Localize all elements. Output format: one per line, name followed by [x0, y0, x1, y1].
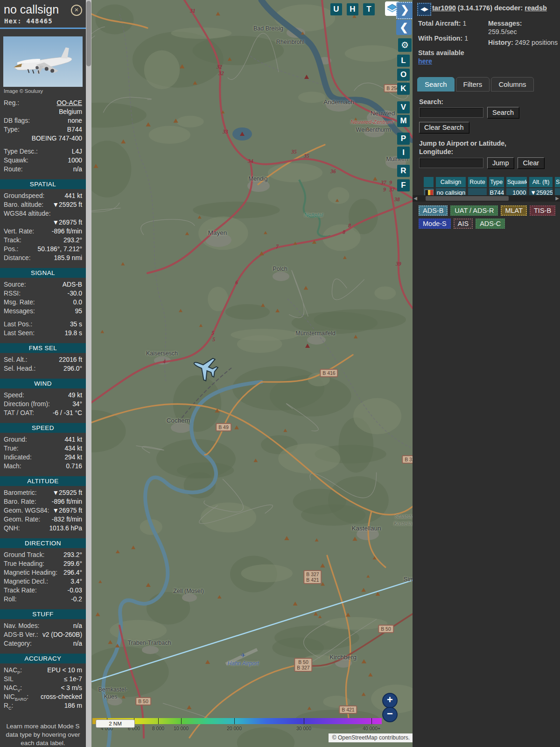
- panel-toggle-arrows[interactable]: ◀▶: [417, 3, 431, 16]
- place-label-sim: Sim: [403, 576, 413, 583]
- data-value: 34°: [50, 401, 82, 408]
- data-label: Indicated:: [4, 454, 32, 461]
- filter-uat[interactable]: UAT / ADS-R: [450, 205, 498, 216]
- readsb-link[interactable]: readsb: [525, 4, 547, 12]
- filter-adsb[interactable]: ADS-B: [419, 205, 448, 216]
- data-value: OO-ACE: [19, 99, 82, 106]
- tab-search[interactable]: Search: [417, 77, 455, 92]
- collapse-panel-button[interactable]: ❮: [396, 20, 412, 35]
- data-row: Category:n/a: [0, 640, 86, 649]
- data-label: Reg.:: [4, 99, 19, 106]
- table-header-row: CallsignRouteTypeSquawkAlt. (ft)S: [424, 177, 560, 187]
- data-value: ≤ 1e-7: [14, 676, 82, 683]
- expand-panel-button[interactable]: ❯: [396, 2, 413, 19]
- map-button-M[interactable]: M: [397, 115, 410, 127]
- data-row: True Heading:299.6°: [0, 560, 86, 569]
- map-button-I[interactable]: I: [397, 147, 410, 159]
- zoom-in-button[interactable]: +: [382, 693, 398, 708]
- column-header-Type[interactable]: Type: [489, 177, 504, 187]
- junction-number: 6: [235, 280, 238, 285]
- data-label: Msg. Rate:: [4, 299, 35, 306]
- junction-number: 8: [343, 229, 345, 235]
- jump-clear-button[interactable]: Clear: [518, 157, 544, 169]
- map-canvas[interactable]: Bad BreisigRheinbrohlAndernachNeuwiedNeu…: [91, 0, 413, 747]
- airport-plane-icon: ✈: [241, 652, 246, 659]
- data-row: Magnetic Decl.:3.4°: [0, 578, 86, 587]
- data-row: SIL≤ 1e-7: [0, 676, 86, 684]
- map-button-V[interactable]: V: [397, 101, 410, 113]
- data-value: 3.4°: [48, 578, 82, 585]
- search-input[interactable]: [419, 107, 483, 118]
- map-button-O[interactable]: O: [397, 69, 410, 81]
- history-value: 2492 positions: [515, 39, 558, 46]
- legend-tick: [304, 718, 304, 724]
- data-value: n/a: [32, 640, 82, 647]
- map-button-K[interactable]: K: [397, 83, 410, 95]
- aircraft-photo[interactable]: [3, 36, 83, 87]
- data-value: 434 kt: [19, 445, 82, 452]
- column-header-Route[interactable]: Route: [468, 177, 486, 187]
- place-label-andernach: Andernach: [323, 99, 354, 106]
- section-rows: Speed:49 ktDirection (from):34°TAT / OAT…: [0, 392, 86, 418]
- stats-left-column: Total Aircraft: 1 With Position: 1 Stats…: [418, 19, 488, 66]
- place-label-mendig: Mendig: [249, 176, 268, 182]
- data-row: RC:186 m: [0, 702, 86, 711]
- table-horizontal-scrollbar[interactable]: ◀ ▶: [413, 195, 560, 202]
- jump-button[interactable]: Jump: [487, 157, 514, 169]
- column-header-Squawk[interactable]: Squawk: [506, 177, 527, 187]
- settings-gear-button[interactable]: ⚙: [398, 38, 412, 52]
- stats-here-link[interactable]: here: [418, 57, 432, 65]
- clear-search-button[interactable]: Clear Search: [419, 122, 469, 133]
- road-badge-b50-b327: B 50B 327: [294, 658, 312, 672]
- section-rows: Barometric:▼25925 ftBaro. Rate:-896 ft/m…: [0, 489, 86, 534]
- map-button-H[interactable]: H: [347, 3, 358, 15]
- junction-number: 34: [248, 158, 253, 164]
- filter-ais[interactable]: AIS: [454, 218, 473, 229]
- filter-adsc[interactable]: ADS-C: [476, 218, 505, 229]
- data-row: Mach:0.716: [0, 463, 86, 472]
- map-button-R[interactable]: R: [397, 165, 410, 177]
- section-rows: Groundspeed:441 ktBaro. altitude:▼25925 …: [0, 192, 86, 263]
- legend-label: 20 000: [227, 726, 242, 731]
- map-button-U[interactable]: U: [330, 3, 342, 15]
- data-row: Baro. altitude:▼25925 ft: [0, 201, 86, 210]
- registration-link[interactable]: OO-ACE: [57, 99, 82, 106]
- map-button-L[interactable]: L: [397, 55, 410, 67]
- junction-number: 33: [223, 129, 228, 134]
- data-value: none: [30, 117, 82, 124]
- map-attribution[interactable]: © OpenStreetMap contributors.: [329, 733, 413, 742]
- jump-input[interactable]: [419, 158, 483, 168]
- filter-modes[interactable]: Mode-S: [419, 218, 451, 229]
- scroll-right-arrow[interactable]: ▶: [554, 195, 560, 202]
- zoom-out-button[interactable]: −: [382, 707, 398, 722]
- map-button-P[interactable]: P: [397, 133, 410, 145]
- source-filter-buttons: ADS-BUAT / ADS-RMLATTIS-BMode-SAISADS-C: [417, 204, 557, 230]
- close-icon[interactable]: ×: [71, 5, 82, 16]
- junction-number: 4: [163, 359, 166, 364]
- data-label: Nav. Modes:: [4, 622, 39, 629]
- junction-number: 35: [304, 153, 309, 159]
- tar1090-link[interactable]: tar1090: [432, 4, 456, 12]
- filter-tisb[interactable]: TIS-B: [530, 205, 555, 216]
- sidebar-scrollbar-thumb[interactable]: [86, 1, 91, 66]
- data-label: NICBARO:: [4, 693, 28, 702]
- map-button-T[interactable]: T: [363, 3, 375, 15]
- search-button[interactable]: Search: [487, 107, 519, 118]
- data-value: 0.716: [21, 463, 82, 470]
- scrollbar-thumb[interactable]: [426, 196, 509, 201]
- column-header-Callsign[interactable]: Callsign: [436, 177, 466, 187]
- column-header-Alt. (ft)[interactable]: Alt. (ft): [529, 177, 553, 187]
- info-row: BOEING 747-400: [0, 135, 86, 144]
- tab-columns[interactable]: Columns: [491, 77, 533, 92]
- data-row: Vert. Rate:-896 ft/min: [0, 228, 86, 237]
- section-header-accuracy: ACCURACY: [0, 654, 86, 663]
- tab-filters[interactable]: Filters: [456, 77, 490, 92]
- section-rows: Nav. Modes:n/aADS-B Ver.:v2 (DO-260B)Cat…: [0, 622, 86, 649]
- column-header-S[interactable]: S: [555, 177, 560, 187]
- map-button-F[interactable]: F: [397, 179, 410, 191]
- scroll-left-arrow[interactable]: ◀: [413, 195, 418, 202]
- junction-number: 35: [291, 149, 297, 155]
- column-header-flag[interactable]: [424, 177, 434, 187]
- filter-mlat[interactable]: MLAT: [501, 205, 527, 216]
- sidebar-scrollbar[interactable]: [86, 0, 91, 747]
